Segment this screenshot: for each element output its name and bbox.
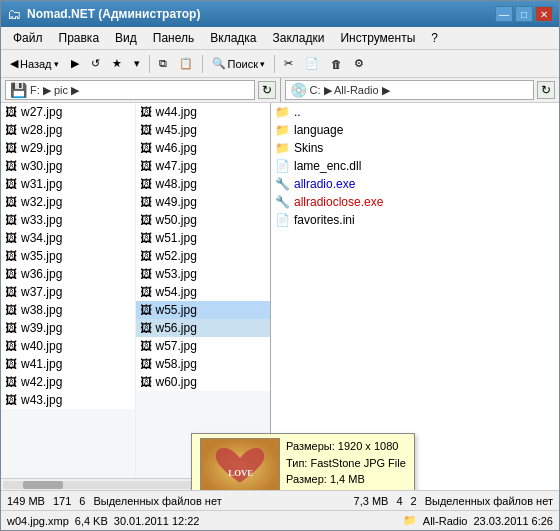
list-item[interactable]: 🖼w48.jpg <box>136 175 271 193</box>
list-item[interactable]: 🖼w27.jpg <box>1 103 135 121</box>
list-item[interactable]: 🖼w41.jpg <box>1 355 135 373</box>
app-icon: 🗂 <box>7 6 21 22</box>
left-col1: 🖼w27.jpg 🖼w28.jpg 🖼w29.jpg 🖼w30.jpg 🖼w31… <box>1 103 136 478</box>
list-item[interactable]: 🖼w35.jpg <box>1 247 135 265</box>
status-bar: 149 MB 171 6 Выделенных файлов нет 7,3 M… <box>1 490 559 510</box>
rename-button[interactable]: 📄 <box>300 54 324 73</box>
list-item[interactable]: 📄 lame_enc.dll <box>271 157 559 175</box>
minimize-button[interactable]: — <box>495 6 513 22</box>
list-item[interactable]: 🖼w54.jpg <box>136 283 271 301</box>
bookmark-button[interactable]: ★ <box>107 54 127 73</box>
bottom-filesize: 6,4 KB <box>75 515 108 527</box>
list-item-selected[interactable]: 🖼w55.jpg <box>136 301 271 319</box>
list-item[interactable]: 🖼w31.jpg <box>1 175 135 193</box>
list-item[interactable]: 🖼w33.jpg <box>1 211 135 229</box>
list-item-parent[interactable]: 📁 .. <box>271 103 559 121</box>
forward-button[interactable]: ▶ <box>66 54 84 73</box>
list-item[interactable]: 🖼w45.jpg <box>136 121 271 139</box>
settings-button[interactable]: ⚙ <box>349 54 369 73</box>
left-file-panel: 🖼w27.jpg 🖼w28.jpg 🖼w29.jpg 🖼w30.jpg 🖼w31… <box>1 103 271 490</box>
list-item[interactable]: 🖼w51.jpg <box>136 229 271 247</box>
history-dropdown[interactable]: ▾ <box>129 54 145 73</box>
left-refresh-button[interactable]: ↻ <box>258 81 276 99</box>
list-item[interactable]: 🖼w50.jpg <box>136 211 271 229</box>
list-item[interactable]: 🖼w42.jpg <box>1 373 135 391</box>
delete-button[interactable]: 🗑 <box>326 55 347 73</box>
toolbar-separator-2 <box>202 55 203 73</box>
search-icon: 🔍 <box>212 57 226 70</box>
close-button[interactable]: ✕ <box>535 6 553 22</box>
right-refresh-button[interactable]: ↻ <box>537 81 555 99</box>
left-file-list-col1: 🖼w27.jpg 🖼w28.jpg 🖼w29.jpg 🖼w30.jpg 🖼w31… <box>1 103 135 409</box>
menu-view[interactable]: Вид <box>107 29 145 47</box>
back-button[interactable]: ◀ Назад ▾ <box>5 54 64 73</box>
jpg-icon: 🖼 <box>5 339 17 353</box>
jpg-icon: 🖼 <box>5 321 17 335</box>
toolbar-separator-3 <box>274 55 275 73</box>
list-item[interactable]: 🖼w40.jpg <box>1 337 135 355</box>
jpg-icon: 🖼 <box>5 231 17 245</box>
list-item[interactable]: 🖼w29.jpg <box>1 139 135 157</box>
list-item[interactable]: 🔧 allradioclose.exe <box>271 193 559 211</box>
list-item[interactable]: 🖼w28.jpg <box>1 121 135 139</box>
right-path-input[interactable]: 💿 C: ▶ All-Radio ▶ <box>285 80 535 100</box>
left-path-input[interactable]: 💾 F: ▶ pic ▶ <box>5 80 255 100</box>
jpg-icon: 🖼 <box>5 105 17 119</box>
jpg-icon: 🖼 <box>140 339 152 353</box>
jpg-icon: 🖼 <box>5 375 17 389</box>
right-disk-size: 7,3 MB <box>354 495 389 507</box>
list-item[interactable]: 🖼w58.jpg <box>136 355 271 373</box>
list-item[interactable]: 🖼w30.jpg <box>1 157 135 175</box>
jpg-icon: 🖼 <box>5 177 17 191</box>
list-item[interactable]: 🖼w32.jpg <box>1 193 135 211</box>
list-item[interactable]: 🖼w38.jpg <box>1 301 135 319</box>
menu-help[interactable]: ? <box>423 29 446 47</box>
back-icon: ◀ <box>10 57 18 70</box>
list-item[interactable]: 🖼w47.jpg <box>136 157 271 175</box>
menu-tools[interactable]: Инструменты <box>332 29 423 47</box>
refresh-icon: ↺ <box>91 57 100 70</box>
menu-file[interactable]: Файл <box>5 29 51 47</box>
menu-tab[interactable]: Вкладка <box>202 29 264 47</box>
jpg-icon: 🖼 <box>140 375 152 389</box>
list-item[interactable]: 🖼w60.jpg <box>136 373 271 391</box>
list-item[interactable]: 🖼w56.jpg <box>136 319 271 337</box>
menu-panel[interactable]: Панель <box>145 29 202 47</box>
list-item[interactable]: 🖼w53.jpg <box>136 265 271 283</box>
list-item[interactable]: 📄 favorites.ini <box>271 211 559 229</box>
list-item[interactable]: 📁 Skins <box>271 139 559 157</box>
preview-type: Тип: FastStone JPG File <box>286 455 406 472</box>
list-item[interactable]: 🔧 allradio.exe <box>271 175 559 193</box>
folder-icon: 📁 <box>275 141 290 155</box>
list-item[interactable]: 🖼w36.jpg <box>1 265 135 283</box>
list-item[interactable]: 🖼w49.jpg <box>136 193 271 211</box>
list-item[interactable]: 🖼w57.jpg <box>136 337 271 355</box>
parent-folder-icon: 📁 <box>275 105 290 119</box>
list-item[interactable]: 🖼w44.jpg <box>136 103 271 121</box>
paste-icon: 📋 <box>179 57 193 70</box>
jpg-icon: 🖼 <box>5 357 17 371</box>
menu-bookmarks[interactable]: Закладки <box>265 29 333 47</box>
copy-button[interactable]: ⧉ <box>154 54 172 73</box>
maximize-button[interactable]: □ <box>515 6 533 22</box>
paste-button[interactable]: 📋 <box>174 54 198 73</box>
cut-icon: ✂ <box>284 57 293 70</box>
right-count2: 2 <box>411 495 417 507</box>
preview-image: LOVE <box>200 438 280 490</box>
left-count1: 171 <box>53 495 71 507</box>
list-item[interactable]: 🖼w43.jpg <box>1 391 135 409</box>
menu-edit[interactable]: Правка <box>51 29 108 47</box>
search-button[interactable]: 🔍 Поиск ▾ <box>207 54 270 73</box>
list-item[interactable]: 🖼w37.jpg <box>1 283 135 301</box>
list-item[interactable]: 🖼w39.jpg <box>1 319 135 337</box>
right-drive-icon: 💿 <box>290 82 307 98</box>
preview-filesize: Размер: 1,4 МВ <box>286 471 406 488</box>
exe-icon: 🔧 <box>275 195 290 209</box>
list-item[interactable]: 🖼w34.jpg <box>1 229 135 247</box>
list-item[interactable]: 📁 language <box>271 121 559 139</box>
list-item[interactable]: 🖼w46.jpg <box>136 139 271 157</box>
list-item[interactable]: 🖼w52.jpg <box>136 247 271 265</box>
jpg-icon: 🖼 <box>5 303 17 317</box>
refresh-button[interactable]: ↺ <box>86 54 105 73</box>
cut-button[interactable]: ✂ <box>279 54 298 73</box>
